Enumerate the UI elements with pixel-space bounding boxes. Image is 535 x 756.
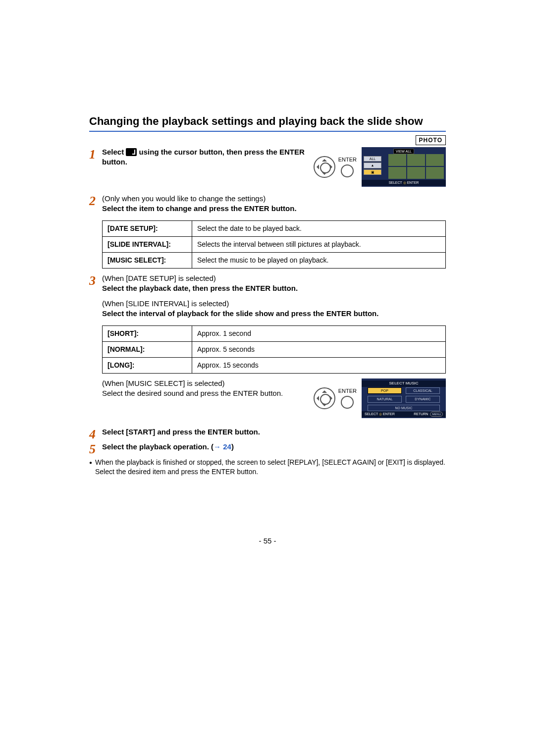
cell-key: [LONG]: bbox=[103, 357, 192, 373]
music-opt-pop: POP bbox=[368, 387, 402, 394]
cell-val: Select the date to be played back. bbox=[192, 221, 446, 237]
table-row: [NORMAL]: Approx. 5 seconds bbox=[103, 341, 446, 357]
step3a-main: Select the playback date, then press the… bbox=[102, 283, 446, 293]
step5-text: Select the playback operation. ( bbox=[102, 442, 214, 451]
lcd-opt-date: ▲ bbox=[364, 162, 381, 168]
step1-illustration: ENTER VIEW ALL ALL ▲ ▣ bbox=[314, 147, 446, 187]
step3b-pre: (When [SLIDE INTERVAL] is selected) bbox=[102, 299, 446, 309]
cell-key: [SHORT]: bbox=[103, 326, 192, 342]
step2-main: Select the item to change and press the … bbox=[102, 204, 446, 214]
table-row: [LONG]: Approx. 15 seconds bbox=[103, 357, 446, 373]
xref-arrow-icon: → bbox=[214, 442, 221, 451]
step2-pre: (Only when you would like to change the … bbox=[102, 194, 446, 204]
page-xref-link[interactable]: 24 bbox=[221, 442, 231, 451]
step-number-4: 4 bbox=[89, 427, 102, 441]
cell-key: [NORMAL]: bbox=[103, 341, 192, 357]
music-opt-natural: NATURAL bbox=[368, 396, 402, 402]
cursor-dpad-icon bbox=[314, 156, 335, 178]
settings-table: [DATE SETUP]: Select the date to be play… bbox=[102, 220, 446, 269]
photo-mode-badge: PHOTO bbox=[416, 135, 446, 145]
step3b-main: Select the interval of playback for the … bbox=[102, 309, 446, 319]
lcd-music-screen: SELECT MUSIC POP CLASSICAL NATURAL DYNAM… bbox=[362, 378, 446, 418]
step1-text-pre: Select bbox=[102, 148, 126, 156]
music-opt-classical: CLASSICAL bbox=[406, 387, 440, 394]
lcd2-title: SELECT MUSIC bbox=[362, 380, 446, 387]
step-number-1: 1 bbox=[89, 147, 102, 187]
lcd2-bottom-bar: SELECT ◎ ENTER RETURN MENU bbox=[362, 411, 446, 417]
step5-close: ) bbox=[231, 442, 234, 451]
cell-val: Approx. 15 seconds bbox=[192, 357, 446, 373]
cell-val: Approx. 5 seconds bbox=[192, 341, 446, 357]
lcd-opt-slideshow: ▣ bbox=[364, 169, 381, 175]
music-opt-nomusic: NO MUSIC bbox=[368, 405, 440, 411]
lcd-thumbnail-screen: VIEW ALL ALL ▲ ▣ SELECT ◎ ENTER bbox=[362, 147, 446, 187]
lcd-opt-all: ALL bbox=[364, 156, 381, 162]
lcd-bottom-bar: SELECT ◎ ENTER bbox=[362, 180, 446, 185]
playback-end-note: When the playback is finished or stopped… bbox=[89, 458, 446, 477]
page-title: Changing the playback settings and playi… bbox=[89, 114, 446, 129]
page-number: - 55 - bbox=[89, 536, 446, 546]
lcd-view-all: VIEW ALL bbox=[393, 149, 414, 154]
interval-table: [SHORT]: Approx. 1 second [NORMAL]: Appr… bbox=[102, 325, 446, 374]
enter-button-icon bbox=[341, 396, 354, 409]
enter-button-icon bbox=[341, 164, 354, 177]
table-row: [SHORT]: Approx. 1 second bbox=[103, 326, 446, 342]
step-number-3: 3 bbox=[89, 273, 102, 319]
cell-val: Selects the interval between still pictu… bbox=[192, 237, 446, 253]
step3a-pre: (When [DATE SETUP] is selected) bbox=[102, 273, 446, 283]
cursor-dpad-icon bbox=[314, 387, 335, 409]
table-row: [DATE SETUP]: Select the date to be play… bbox=[103, 221, 446, 237]
table-row: [MUSIC SELECT]: Select the music to be p… bbox=[103, 253, 446, 269]
cell-key: [SLIDE INTERVAL]: bbox=[103, 237, 192, 253]
cell-val: Select the music to be played on playbac… bbox=[192, 253, 446, 269]
cell-key: [DATE SETUP]: bbox=[103, 221, 192, 237]
enter-label: ENTER bbox=[338, 387, 357, 395]
step-number-5: 5 bbox=[89, 442, 102, 456]
table-row: [SLIDE INTERVAL]: Selects the interval b… bbox=[103, 237, 446, 253]
title-rule bbox=[89, 131, 446, 132]
music-opt-dynamic: DYNAMIC bbox=[406, 396, 440, 402]
step4-text: Select [START] and press the ENTER butto… bbox=[102, 428, 260, 436]
cell-val: Approx. 1 second bbox=[192, 326, 446, 342]
cell-key: [MUSIC SELECT]: bbox=[103, 253, 192, 269]
step3c-illustration: ENTER SELECT MUSIC POP CLASSICAL NATURAL… bbox=[314, 378, 446, 418]
slideshow-icon bbox=[126, 148, 137, 156]
enter-label: ENTER bbox=[338, 156, 357, 163]
step-number-2: 2 bbox=[89, 194, 102, 214]
